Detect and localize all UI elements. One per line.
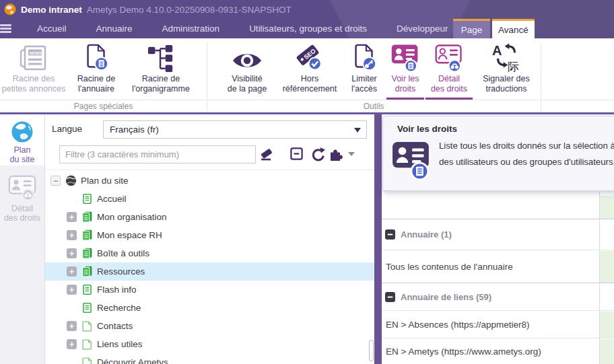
news-root-icon: NEWS [18, 41, 49, 73]
tree-item-label: Accueil [97, 194, 127, 204]
ribbon-button-racine-organigramme[interactable]: Racine de l'organigramme [125, 41, 197, 100]
green-page-icon [81, 284, 93, 295]
tree-item-label: Liens utiles [97, 339, 143, 349]
svg-text:际: 际 [508, 60, 519, 73]
caret-down-icon[interactable] [347, 151, 355, 157]
rights-row[interactable]: EN > Absences (https://appmetier8) [382, 310, 614, 338]
rights-row[interactable] [382, 192, 614, 219]
tree-item-recherche[interactable]: + Recherche [45, 299, 374, 317]
expander-icon[interactable]: + [67, 321, 77, 331]
tree-item-label: Flash info [97, 285, 137, 295]
outline-page-icon [81, 320, 93, 332]
ribbon-button-label: Racine de l'annuaire [77, 74, 115, 94]
collapse-minus-icon[interactable] [385, 292, 395, 302]
refresh-icon[interactable] [310, 147, 325, 161]
tool-dock: Plan du site Détail des droits [0, 114, 45, 364]
language-label: Langue [52, 124, 82, 134]
menu-item-administration[interactable]: Administration [147, 19, 235, 38]
ribbon-button-racine-annuaire[interactable]: Racine de l'annuaire [67, 41, 125, 100]
language-select[interactable]: Français (fr) [103, 120, 367, 139]
dock-item-label: Plan du site [10, 145, 35, 164]
tree-item-label: Ressources [97, 266, 145, 277]
ribbon-button-visibilite[interactable]: Visibilité de la page [217, 41, 277, 100]
expander-icon[interactable]: + [67, 248, 77, 258]
tree-item-flash-info[interactable]: + Flash info [45, 281, 374, 299]
ribbon-button-limiter-acces[interactable]: Limiter l'accès [343, 41, 385, 100]
ribbon-button-hors-referencement[interactable]: SEO Hors référencement [277, 41, 342, 100]
collapse-icon[interactable]: − [50, 176, 61, 186]
menu-item-accueil[interactable]: Accueil [22, 19, 81, 38]
expander-icon[interactable]: + [67, 212, 77, 222]
tree-item-mon-organisation[interactable]: + Mon organisation [45, 208, 374, 226]
svg-text:NEWS: NEWS [30, 51, 42, 55]
tab-avance[interactable]: Avancé [492, 19, 535, 38]
ribbon-button-voir-droits[interactable]: Voir les droits [386, 41, 424, 100]
granted-cell [600, 312, 614, 338]
eraser-icon[interactable] [259, 147, 274, 161]
tree-item-liens-utiles[interactable]: + Liens utiles [45, 335, 374, 353]
tree-item-label: Découvrir Ametys [97, 357, 168, 364]
ribbon: NEWS Racine des petites annonces Racine … [0, 38, 614, 114]
tab-page[interactable]: Page [453, 19, 490, 38]
tree-item-label: Boîte à outils [97, 248, 149, 258]
green-pages-icon [81, 229, 93, 241]
hamburger-icon[interactable] [0, 24, 11, 33]
tree-item-label: Recherche [97, 303, 141, 313]
tree-item-accueil[interactable]: + Accueil [45, 190, 374, 208]
rights-section-annuaire[interactable]: Annuaire (1) [382, 219, 614, 250]
rights-card-doc-icon [390, 41, 420, 73]
expander-icon[interactable]: + [67, 266, 77, 277]
translation-icon: A 际 [491, 41, 521, 73]
rights-card-binoculars-icon [434, 41, 464, 73]
gray-rights-card-icon [7, 174, 37, 202]
tree-item-label: Contacts [97, 321, 133, 331]
granted-cell [600, 196, 614, 219]
ribbon-button-label: Limiter l'accès [351, 74, 377, 94]
dark-globe-icon [65, 175, 77, 186]
menu-item-utilisateurs[interactable]: Utilisateurs, groupes et droits [234, 19, 382, 38]
scrollbar-thumb[interactable] [369, 340, 374, 361]
green-pages-icon [81, 248, 93, 259]
directory-root-icon [81, 41, 111, 73]
tooltip-voir-les-droits: Voir les droits Liste tous les droits do… [382, 116, 614, 191]
tooltip-title: Voir les droits [397, 124, 457, 134]
tree-item-ressources[interactable]: + Ressources [45, 262, 374, 281]
green-pages-icon [81, 211, 93, 223]
ribbon-button-signaler-traductions[interactable]: A 际 Signaler des traductions [474, 41, 539, 100]
tree-item-boite-a-outils[interactable]: + Boîte à outils [45, 244, 374, 262]
outline-page-icon [81, 338, 93, 350]
granted-cell [600, 339, 614, 364]
tree-item-plan-du-site[interactable]: − Plan du site [45, 172, 374, 190]
ribbon-button-detail-droits[interactable]: Détail des droits [425, 41, 473, 100]
filter-input[interactable] [59, 145, 256, 163]
menu-item-annuaire[interactable]: Annuaire [81, 19, 147, 38]
rights-section-annuaire-liens[interactable]: Annuaire de liens (59) [382, 283, 614, 310]
ribbon-group-empty [541, 100, 614, 112]
ribbon-button-label: Détail des droits [431, 74, 467, 94]
seo-tag-check-icon: SEO [295, 41, 325, 73]
dock-item-plan-du-site[interactable]: Plan du site [0, 114, 44, 166]
plugin-icon[interactable] [329, 147, 344, 161]
collapse-all-icon[interactable] [289, 147, 304, 161]
collapse-minus-icon[interactable] [385, 229, 395, 240]
panel-splitter[interactable] [374, 114, 382, 364]
rights-row[interactable]: EN > Ametys (https://www.ametys.org) [382, 338, 614, 364]
expander-icon[interactable]: + [67, 339, 77, 349]
blue-globe-icon [11, 120, 34, 143]
menubar: Accueil Annuaire Administration Utilisat… [0, 19, 614, 38]
orgchart-root-icon [146, 41, 176, 73]
expander-icon[interactable]: + [67, 285, 77, 295]
page-key-icon [349, 41, 379, 73]
rights-row[interactable]: Tous les contenus de l'annuaire [382, 250, 614, 283]
rights-card-doc-icon [392, 141, 431, 184]
tree-item-contacts[interactable]: + Contacts [45, 317, 374, 335]
expander-icon[interactable]: + [67, 230, 77, 240]
menu-item-developpeur[interactable]: Développeur [382, 19, 463, 38]
green-page-icon [81, 193, 93, 205]
tree-item-decouvrir-ametys[interactable]: + Découvrir Ametys [45, 353, 374, 364]
ribbon-button-label: Signaler des traductions [483, 74, 530, 94]
ribbon-group-outils: Outils [207, 100, 541, 112]
tree-item-mon-espace-rh[interactable]: + Mon espace RH [45, 226, 374, 244]
ribbon-button-label: Racine de l'organigramme [132, 74, 190, 94]
dock-item-detail-des-droits[interactable]: Détail des droits [0, 166, 44, 230]
